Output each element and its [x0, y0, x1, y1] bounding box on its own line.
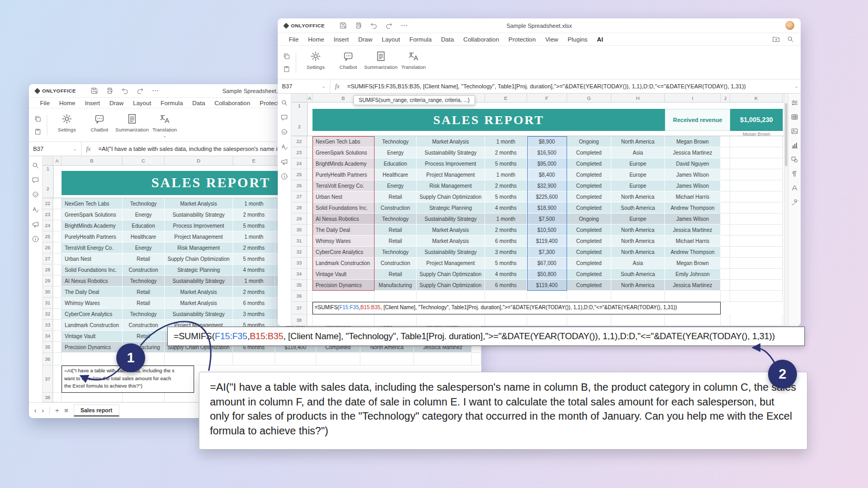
cell[interactable]: 4 months	[485, 202, 527, 214]
cell[interactable]	[730, 314, 783, 326]
cell[interactable]	[307, 225, 312, 236]
row-header-30[interactable]: 30	[43, 287, 53, 298]
row-header-31[interactable]: 31	[43, 298, 53, 309]
cell[interactable]	[665, 291, 721, 302]
cell[interactable]	[721, 291, 730, 302]
more-icon[interactable]	[400, 22, 408, 29]
cell[interactable]: CyberCore Analytics	[312, 247, 375, 258]
cell[interactable]: Completed	[567, 158, 611, 169]
cell[interactable]: Manufacturing	[375, 280, 417, 291]
cell[interactable]: North America	[611, 247, 665, 258]
cell[interactable]	[730, 236, 783, 247]
cell[interactable]	[312, 314, 375, 326]
row-header-24[interactable]: 24	[291, 158, 307, 169]
add-sheet-icon[interactable]: +	[55, 407, 59, 414]
about-icon[interactable]	[280, 172, 288, 180]
cell-settings-icon[interactable]	[791, 99, 799, 107]
cell[interactable]: 5 months	[485, 191, 527, 202]
row-header-26[interactable]: 26	[291, 180, 307, 191]
undo-icon[interactable]	[370, 22, 378, 29]
cell[interactable]	[307, 236, 312, 247]
cell[interactable]	[730, 202, 783, 214]
cell[interactable]: NexGen Tech Labs	[62, 198, 123, 209]
cell[interactable]	[275, 353, 316, 365]
cell[interactable]	[123, 393, 165, 402]
cell[interactable]	[53, 298, 62, 309]
cell[interactable]: Retail	[123, 287, 165, 298]
row-header-38[interactable]: 38	[43, 393, 53, 402]
cell[interactable]: Strategic Planning	[165, 265, 233, 276]
cell[interactable]: $16,500	[527, 147, 567, 158]
row-header-22[interactable]: 22	[291, 136, 307, 147]
redo-icon[interactable]	[136, 87, 144, 95]
row-header-36[interactable]: 36	[291, 291, 307, 302]
cell[interactable]: North America	[611, 136, 665, 147]
column-header-f[interactable]: F	[527, 94, 567, 102]
cell[interactable]: 6 months	[485, 280, 527, 291]
cell[interactable]: $8,900	[527, 136, 567, 147]
cell[interactable]	[721, 180, 730, 191]
cell[interactable]: James Wilson	[665, 169, 721, 180]
cell[interactable]	[53, 287, 62, 298]
cell-name-box[interactable]: B37 ⌄	[29, 142, 82, 156]
cell[interactable]: North America	[611, 225, 665, 236]
cell[interactable]: 5 months	[233, 253, 275, 265]
menu-tab-collaboration[interactable]: Collaboration	[459, 33, 504, 45]
cell[interactable]	[307, 302, 312, 314]
row-header-37[interactable]: 37	[43, 365, 53, 393]
cell[interactable]: $32,900	[527, 180, 567, 191]
cell[interactable]	[53, 242, 62, 253]
user-avatar[interactable]	[785, 21, 794, 30]
feedback-icon[interactable]	[32, 220, 39, 228]
cell-name-box[interactable]: B37 ⌄	[278, 79, 330, 93]
feedback-icon[interactable]	[280, 158, 288, 166]
cell[interactable]: 2 months	[233, 242, 275, 253]
row-header-28[interactable]: 28	[291, 202, 307, 214]
cell[interactable]	[62, 353, 123, 365]
cell[interactable]	[53, 220, 62, 231]
row-header-31[interactable]: 31	[291, 236, 307, 247]
cell[interactable]: CyberCore Analytics	[62, 309, 123, 320]
cell[interactable]: $7,300	[527, 247, 567, 258]
cell[interactable]: Retail	[123, 331, 165, 342]
comments-icon[interactable]	[280, 114, 288, 121]
insert-function-icon[interactable]: fx	[82, 145, 95, 153]
sheet-list-icon[interactable]: ≡	[64, 407, 68, 414]
cell[interactable]: Project Management	[417, 258, 485, 269]
row-header-25[interactable]: 25	[291, 169, 307, 180]
cell[interactable]	[567, 291, 611, 302]
cell[interactable]: Asia	[611, 258, 665, 269]
cell[interactable]: Risk Management	[417, 180, 485, 191]
cell[interactable]: GreenSpark Solutions	[312, 147, 375, 158]
about-icon[interactable]	[32, 235, 39, 243]
cell[interactable]	[611, 314, 665, 326]
cell[interactable]: Completed	[567, 191, 611, 202]
row-header-25[interactable]: 25	[43, 231, 53, 242]
chart-settings-icon[interactable]	[791, 141, 799, 149]
menu-tab-insert[interactable]: Insert	[80, 98, 105, 108]
cell[interactable]: $8,400	[527, 169, 567, 180]
cell[interactable]: Education	[123, 220, 165, 231]
cell[interactable]	[730, 269, 783, 280]
menu-tab-draw[interactable]: Draw	[105, 98, 128, 108]
cell[interactable]: 2 months	[485, 225, 527, 236]
row-header-28[interactable]: 28	[43, 265, 53, 276]
menu-tab-collaboration[interactable]: Collaboration	[210, 98, 255, 108]
cell[interactable]: 5 months	[485, 258, 527, 269]
text-art-settings-icon[interactable]	[791, 184, 799, 192]
cell[interactable]: Precision Dynamics	[62, 342, 123, 353]
cell[interactable]	[721, 147, 730, 158]
cell[interactable]: Education	[375, 158, 417, 169]
menu-tab-layout[interactable]: Layout	[377, 33, 405, 45]
cell[interactable]: Sustainability Strategy	[165, 309, 233, 320]
cell[interactable]	[721, 169, 730, 180]
cell[interactable]	[53, 331, 62, 342]
cell[interactable]	[316, 353, 360, 365]
column-header-a[interactable]: A	[307, 94, 312, 102]
row-header-36[interactable]: 36	[43, 353, 53, 365]
cell[interactable]: Jessica Martinez	[665, 147, 721, 158]
cell[interactable]	[307, 247, 312, 258]
row-header-27[interactable]: 27	[43, 253, 53, 265]
cell[interactable]: David Nguyen	[665, 158, 721, 169]
menu-tab-file[interactable]: File	[284, 33, 304, 45]
